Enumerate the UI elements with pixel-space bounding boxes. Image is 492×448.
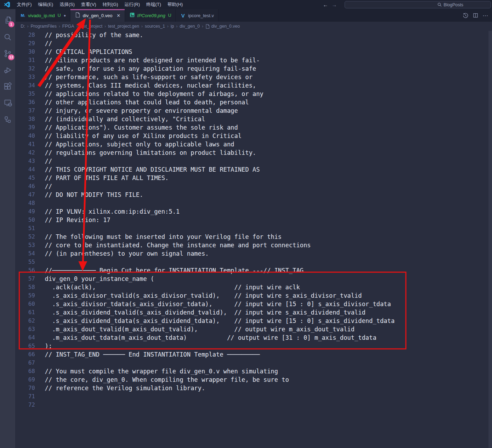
search-view-icon[interactable] xyxy=(0,29,16,45)
line-number[interactable]: 65 xyxy=(16,342,35,350)
code-line[interactable]: 65); xyxy=(16,342,492,350)
breadcrumb-item[interactable]: D: xyxy=(21,24,25,29)
line-number[interactable]: 45 xyxy=(16,174,35,182)
line-number[interactable]: 59 xyxy=(16,291,35,300)
menu-item-5[interactable]: 运行(R) xyxy=(121,0,143,9)
code-line[interactable]: 46// xyxy=(16,182,492,191)
line-number[interactable]: 32 xyxy=(16,64,35,73)
line-number[interactable]: 31 xyxy=(16,56,35,64)
breadcrumb-item[interactable]: ProgramFiles xyxy=(31,24,57,29)
breadcrumb-item[interactable]: sources_1 xyxy=(145,24,165,29)
line-number[interactable]: 28 xyxy=(16,31,35,39)
menu-item-2[interactable]: 选择(S) xyxy=(56,0,78,9)
line-number[interactable]: 69 xyxy=(16,375,35,384)
code-line[interactable]: 60 .s_axis_divisor_tdata(s_axis_divisor_… xyxy=(16,300,492,308)
symbol-structure-icon[interactable] xyxy=(0,111,16,127)
timeline-history-icon[interactable] xyxy=(463,13,469,19)
line-number[interactable]: 61 xyxy=(16,308,35,317)
menu-item-3[interactable]: 查看(V) xyxy=(78,0,99,9)
line-number[interactable]: 63 xyxy=(16,325,35,333)
code-line[interactable]: 64 .m_axis_dout_tdata(m_axis_dout_tdata)… xyxy=(16,333,492,342)
code-line[interactable]: 47// DO NOT MODIFY THIS FILE. xyxy=(16,191,492,199)
menu-item-4[interactable]: 转到(G) xyxy=(99,0,122,9)
source-control-icon[interactable]: 13 xyxy=(0,45,16,62)
code-line[interactable]: 33// performance, such as life-support o… xyxy=(16,73,492,81)
code-line[interactable]: 54// (in parentheses) to your own signal… xyxy=(16,249,492,258)
line-number[interactable]: 54 xyxy=(16,249,35,258)
code-line[interactable]: 37// injury, or severe property or envir… xyxy=(16,106,492,115)
code-line[interactable]: 32// safe, or for use in any application… xyxy=(16,64,492,73)
code-line[interactable]: 68// You must compile the wrapper file d… xyxy=(16,367,492,375)
line-number[interactable]: 62 xyxy=(16,317,35,325)
breadcrumb-item[interactable]: ip xyxy=(171,24,174,29)
code-line[interactable]: 51 xyxy=(16,224,492,233)
code-line[interactable]: 34// systems, Class III medical devices,… xyxy=(16,81,492,90)
code-line[interactable]: 50// IP Revision: 17 xyxy=(16,216,492,224)
code-line[interactable]: 44// THIS COPYRIGHT NOTICE AND DISCLAIME… xyxy=(16,165,492,174)
code-line[interactable]: 55 xyxy=(16,258,492,266)
line-number[interactable]: 41 xyxy=(16,140,35,149)
line-number[interactable]: 42 xyxy=(16,149,35,157)
line-number[interactable]: 57 xyxy=(16,275,35,283)
line-number[interactable]: 37 xyxy=(16,106,35,115)
tab-ipcore09-png[interactable]: IPCore09.png U xyxy=(125,9,176,22)
tab-ipcore-test-v[interactable]: V ipcore_test.v xyxy=(176,9,219,22)
line-number[interactable]: 56 xyxy=(16,266,35,275)
command-center-search[interactable]: BlogPosts xyxy=(345,1,491,8)
line-number[interactable]: 55 xyxy=(16,258,35,266)
breadcrumb-item[interactable]: test_project xyxy=(80,24,103,29)
code-line[interactable]: 30// CRITICAL APPLICATIONS xyxy=(16,48,492,56)
more-actions-icon[interactable]: ⋯ xyxy=(483,12,488,19)
line-number[interactable]: 38 xyxy=(16,115,35,123)
code-line[interactable]: 53// core to be instantiated. Change the… xyxy=(16,241,492,249)
breadcrumb-item[interactable]: test_project.gen xyxy=(108,24,139,29)
line-number[interactable]: 44 xyxy=(16,165,35,174)
code-line[interactable]: 39// Applications"). Customer assumes th… xyxy=(16,123,492,132)
extensions-icon[interactable] xyxy=(0,78,16,95)
breadcrumb-item[interactable]: div_gen_0 xyxy=(180,24,200,29)
code-line[interactable]: 71 xyxy=(16,392,492,401)
line-number[interactable]: 34 xyxy=(16,81,35,90)
remote-explorer-icon[interactable] xyxy=(0,95,16,111)
code-line[interactable]: 29// xyxy=(16,39,492,48)
code-line[interactable]: 63 .m_axis_dout_tvalid(m_axis_dout_tvali… xyxy=(16,325,492,333)
line-number[interactable]: 49 xyxy=(16,207,35,216)
line-number[interactable]: 33 xyxy=(16,73,35,81)
code-line[interactable]: 36// other applications that could lead … xyxy=(16,98,492,106)
line-number[interactable]: 39 xyxy=(16,123,35,132)
code-editor[interactable]: 28// possibility of the same.29//30// CR… xyxy=(16,31,492,448)
menu-item-7[interactable]: 帮助(H) xyxy=(164,0,186,9)
code-line[interactable]: 56//──────────── Begin Cut here for INST… xyxy=(16,266,492,275)
line-number[interactable]: 70 xyxy=(16,384,35,392)
code-line[interactable]: 43// xyxy=(16,157,492,165)
line-number[interactable]: 68 xyxy=(16,367,35,375)
run-debug-icon[interactable] xyxy=(0,62,16,78)
line-number[interactable]: 36 xyxy=(16,98,35,106)
code-line[interactable]: 59 .s_axis_divisor_tvalid(s_axis_divisor… xyxy=(16,291,492,300)
line-number[interactable]: 67 xyxy=(16,359,35,367)
code-line[interactable]: 67 xyxy=(16,359,492,367)
menu-item-0[interactable]: 文件(F) xyxy=(14,0,35,9)
line-number[interactable]: 30 xyxy=(16,48,35,56)
code-line[interactable]: 57div_gen_0 your_instance_name ( xyxy=(16,275,492,283)
code-line[interactable]: 35// applications related to the deploym… xyxy=(16,90,492,98)
code-line[interactable]: 58 .aclk(aclk), // input wire aclk xyxy=(16,283,492,291)
code-line[interactable]: 70// reference the Verilog simulation li… xyxy=(16,384,492,392)
code-line[interactable]: 49// IP VLNV: xilinx.com:ip:div_gen:5.1 xyxy=(16,207,492,216)
code-line[interactable]: 61 .s_axis_dividend_tvalid(s_axis_divide… xyxy=(16,308,492,317)
code-line[interactable]: 42// regulations governing limitations o… xyxy=(16,149,492,157)
nav-forward-arrow[interactable]: → xyxy=(332,2,337,8)
line-number[interactable]: 46 xyxy=(16,182,35,191)
line-number[interactable]: 43 xyxy=(16,157,35,165)
code-line[interactable]: 48 xyxy=(16,199,492,207)
line-number[interactable]: 53 xyxy=(16,241,35,249)
code-line[interactable]: 40// liability of any use of Xilinx prod… xyxy=(16,132,492,140)
line-number[interactable]: 47 xyxy=(16,191,35,199)
line-number[interactable]: 66 xyxy=(16,350,35,359)
line-number[interactable]: 60 xyxy=(16,300,35,308)
code-line[interactable]: 31// Xilinx products are not designed or… xyxy=(16,56,492,64)
breadcrumb-file[interactable]: div_gen_0.veo xyxy=(206,24,240,29)
split-editor-icon[interactable] xyxy=(473,13,478,18)
code-line[interactable]: 69// the core, div_gen_0. When compiling… xyxy=(16,375,492,384)
code-line[interactable]: 45// PART OF THIS FILE AT ALL TIMES. xyxy=(16,174,492,182)
